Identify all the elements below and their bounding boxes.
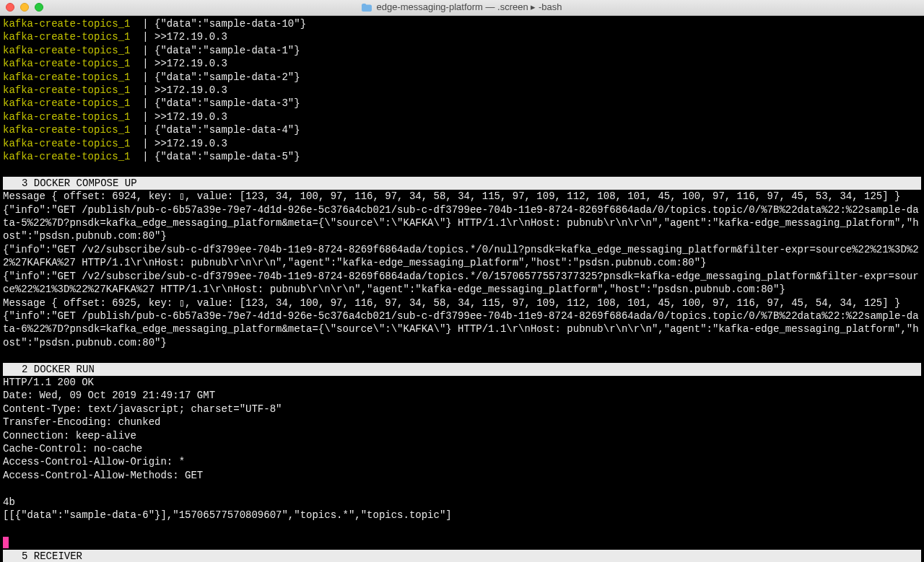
run-line: Access-Control-Allow-Origin: *	[3, 455, 921, 468]
kafka-service-label: kafka-create-topics_1	[3, 58, 142, 69]
kafka-log-text: | {"data":"sample-data-5"}	[142, 151, 300, 162]
folder-icon	[362, 4, 372, 12]
kafka-service-label: kafka-create-topics_1	[3, 151, 142, 162]
kafka-log-text: | {"data":"sample-data-4"}	[142, 124, 300, 136]
blank-line	[3, 163, 921, 176]
kafka-log-line: kafka-create-topics_1 | {"data":"sample-…	[3, 71, 921, 84]
window-controls	[6, 3, 43, 12]
kafka-log-text: | >>172.19.0.3	[142, 138, 227, 149]
section-header-docker-run: 2 DOCKER RUN	[3, 363, 921, 376]
run-line: Content-Type: text/javascript; charset="…	[3, 403, 921, 416]
kafka-log-text: | {"data":"sample-data-3"}	[142, 97, 300, 109]
run-line: Date: Wed, 09 Oct 2019 21:49:17 GMT	[3, 389, 921, 402]
kafka-log-line: kafka-create-topics_1 | >>172.19.0.3	[3, 57, 921, 70]
blank-line	[3, 522, 921, 535]
kafka-log-line: kafka-create-topics_1 | >>172.19.0.3	[3, 84, 921, 97]
kafka-log-text: | {"data":"sample-data-1"}	[142, 45, 300, 56]
kafka-log-line: kafka-create-topics_1 | {"data":"sample-…	[3, 97, 921, 110]
kafka-log-block: kafka-create-topics_1 | {"data":"sample-…	[3, 17, 921, 163]
kafka-service-label: kafka-create-topics_1	[3, 18, 142, 30]
section-header-receiver: 5 RECEIVER	[3, 550, 921, 562]
kafka-service-label: kafka-create-topics_1	[3, 71, 142, 83]
run-line: 4b	[3, 496, 921, 509]
compose-line: {"info":"GET /v2/subscribe/sub-c-df3799e…	[3, 243, 921, 270]
run-line: Connection: keep-alive	[3, 429, 921, 442]
kafka-log-line: kafka-create-topics_1 | >>172.19.0.3	[3, 110, 921, 123]
run-line: Access-Control-Allow-Methods: GET	[3, 469, 921, 482]
run-line: Cache-Control: no-cache	[3, 442, 921, 455]
window-titlebar[interactable]: edge-messaging-platform — .screen ▸ -bas…	[0, 0, 924, 16]
kafka-log-text: | {"data":"sample-data-2"}	[142, 71, 300, 83]
minimize-icon[interactable]	[20, 3, 29, 12]
compose-line: Message { offset: 6924, key: ▯, value: […	[3, 190, 921, 203]
terminal-area[interactable]: kafka-create-topics_1 | {"data":"sample-…	[0, 16, 924, 562]
kafka-log-text: | >>172.19.0.3	[142, 84, 227, 96]
compose-line: {"info":"GET /publish/pub-c-6b57a39e-79e…	[3, 309, 921, 349]
window-title: edge-messaging-platform — .screen ▸ -bas…	[376, 1, 562, 14]
kafka-log-line: kafka-create-topics_1 | >>172.19.0.3	[3, 30, 921, 43]
compose-line: {"info":"GET /v2/subscribe/sub-c-df3799e…	[3, 270, 921, 297]
kafka-service-label: kafka-create-topics_1	[3, 97, 142, 109]
close-icon[interactable]	[6, 3, 14, 12]
section-header-docker-compose-up: 3 DOCKER COMPOSE UP	[3, 177, 921, 190]
kafka-service-label: kafka-create-topics_1	[3, 138, 142, 149]
kafka-service-label: kafka-create-topics_1	[3, 45, 142, 56]
run-line: Transfer-Encoding: chunked	[3, 416, 921, 429]
blank-line	[3, 349, 921, 362]
compose-line: {"info":"GET /publish/pub-c-6b57a39e-79e…	[3, 203, 921, 243]
blank-line	[3, 482, 921, 495]
kafka-log-line: kafka-create-topics_1 | {"data":"sample-…	[3, 17, 921, 30]
kafka-log-line: kafka-create-topics_1 | {"data":"sample-…	[3, 150, 921, 163]
zoom-icon[interactable]	[35, 3, 43, 12]
kafka-service-label: kafka-create-topics_1	[3, 84, 142, 96]
kafka-log-text: | >>172.19.0.3	[142, 31, 227, 43]
run-line: HTTP/1.1 200 OK	[3, 376, 921, 389]
run-line: [[{"data":"sample-data-6"}],"15706577570…	[3, 509, 921, 522]
kafka-log-text: | >>172.19.0.3	[142, 58, 227, 69]
compose-line: Message { offset: 6925, key: ▯, value: […	[3, 297, 921, 309]
terminal-cursor	[3, 537, 9, 548]
kafka-service-label: kafka-create-topics_1	[3, 124, 142, 136]
kafka-log-line: kafka-create-topics_1 | {"data":"sample-…	[3, 123, 921, 136]
kafka-service-label: kafka-create-topics_1	[3, 111, 142, 123]
kafka-log-line: kafka-create-topics_1 | {"data":"sample-…	[3, 44, 921, 57]
kafka-service-label: kafka-create-topics_1	[3, 31, 142, 43]
kafka-log-line: kafka-create-topics_1 | >>172.19.0.3	[3, 137, 921, 150]
kafka-log-text: | {"data":"sample-data-10"}	[142, 18, 306, 30]
kafka-log-text: | >>172.19.0.3	[142, 111, 227, 123]
